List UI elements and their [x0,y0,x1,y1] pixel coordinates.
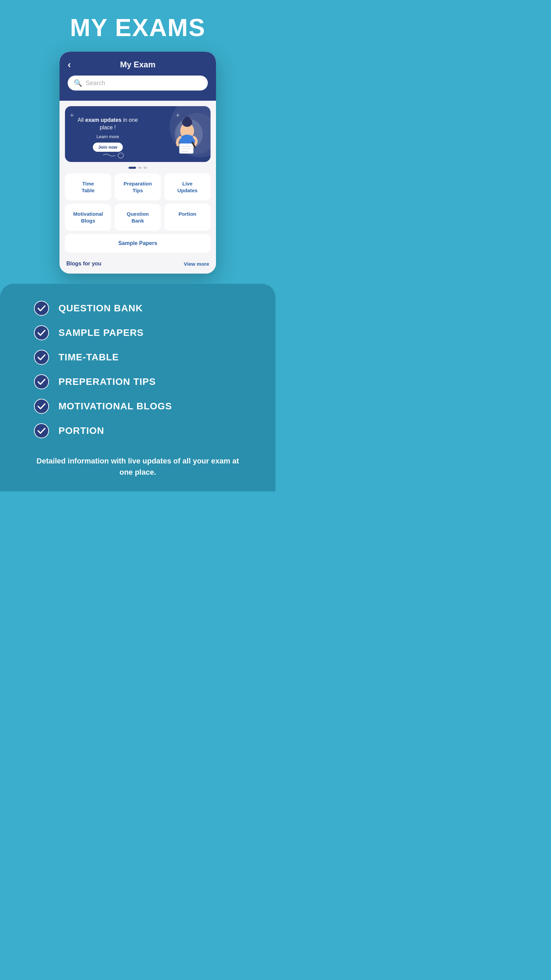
search-placeholder: Search [86,80,105,87]
view-more-link[interactable]: View more [184,261,209,267]
banner-illustration [164,114,205,154]
check-icon-question-bank [34,301,49,316]
feature-time-table: TIME-TABLE [34,350,241,365]
feature-label-sample-papers: SAMPLE PAPERS [59,327,144,338]
feature-question-bank: QUESTION BANK [34,301,241,316]
phone-header: ‹ My Exam 🔍 Search [60,52,216,101]
bottom-section: QUESTION BANK SAMPLE PAPERS TIME-TABLE P… [0,284,275,492]
carousel-dots [65,167,211,169]
phone-body: + + All exam updates in one place ! Lear… [60,101,216,274]
promo-banner: + + All exam updates in one place ! Lear… [65,106,211,162]
svg-point-18 [34,424,49,438]
feature-label-question-bank: QUESTION BANK [59,303,143,314]
feature-label-portion: PORTION [59,425,105,436]
search-icon: 🔍 [74,79,82,87]
features-list: QUESTION BANK SAMPLE PAPERS TIME-TABLE P… [34,301,241,438]
phone-mockup: ‹ My Exam 🔍 Search + + All exam updat [60,52,216,274]
svg-point-16 [34,375,49,389]
feature-label-motivational-blogs: MOTIVATIONAL BLOGS [59,401,172,412]
wave-icon [102,153,116,157]
feature-sample-papers: SAMPLE PAPERS [34,325,241,340]
check-icon-time-table [34,350,49,365]
categories-grid: TimeTable PreparationTips LiveUpdates Mo… [65,173,211,231]
main-title: MY EXAMS [7,14,269,41]
category-time-table[interactable]: TimeTable [65,173,111,200]
sample-papers-label: Sample Papers [118,240,157,246]
check-icon-motivational-blogs [34,399,49,414]
check-icon-preparation-tips [34,374,49,389]
feature-motivational-blogs: MOTIVATIONAL BLOGS [34,399,241,414]
blogs-for-you-label: Blogs for you [66,261,102,267]
blogs-footer: Blogs for you View more [65,257,211,268]
dot-inactive-1 [138,167,141,169]
svg-point-13 [34,301,49,315]
dot-active [129,167,136,169]
circle-decoration [118,153,124,159]
phone-nav: ‹ My Exam [68,60,208,69]
dot-inactive-2 [143,167,147,169]
feature-label-time-table: TIME-TABLE [59,352,119,363]
check-icon-portion [34,423,49,438]
category-motivational-blogs[interactable]: MotivationalBlogs [65,204,111,231]
category-question-bank[interactable]: QuestionBank [114,204,161,231]
svg-point-12 [118,153,124,158]
svg-point-15 [34,350,49,364]
svg-point-5 [184,116,190,122]
join-now-button[interactable]: Join now [93,143,123,152]
learn-more-text: Learn more [71,134,144,139]
phone-title: My Exam [120,60,156,69]
category-live-updates[interactable]: LiveUpdates [164,173,211,200]
category-portion[interactable]: Portion [164,204,211,231]
top-section: MY EXAMS ‹ My Exam 🔍 Search + + [0,0,275,280]
bottom-tagline: Detailed information with live updates o… [34,455,241,478]
svg-point-17 [34,399,49,414]
back-arrow-icon[interactable]: ‹ [68,59,71,70]
check-icon-sample-papers [34,325,49,340]
banner-text: All exam updates in one place ! Learn mo… [71,116,144,152]
sample-papers-card[interactable]: Sample Papers [65,234,211,253]
feature-label-preparation-tips: PREPERATION TIPS [59,376,156,387]
feature-preparation-tips: PREPERATION TIPS [34,374,241,389]
feature-portion: PORTION [34,423,241,438]
search-bar[interactable]: 🔍 Search [68,76,208,91]
svg-point-14 [34,326,49,340]
category-preparation-tips[interactable]: PreparationTips [114,173,161,200]
banner-description: All exam updates in one place ! [71,116,144,132]
